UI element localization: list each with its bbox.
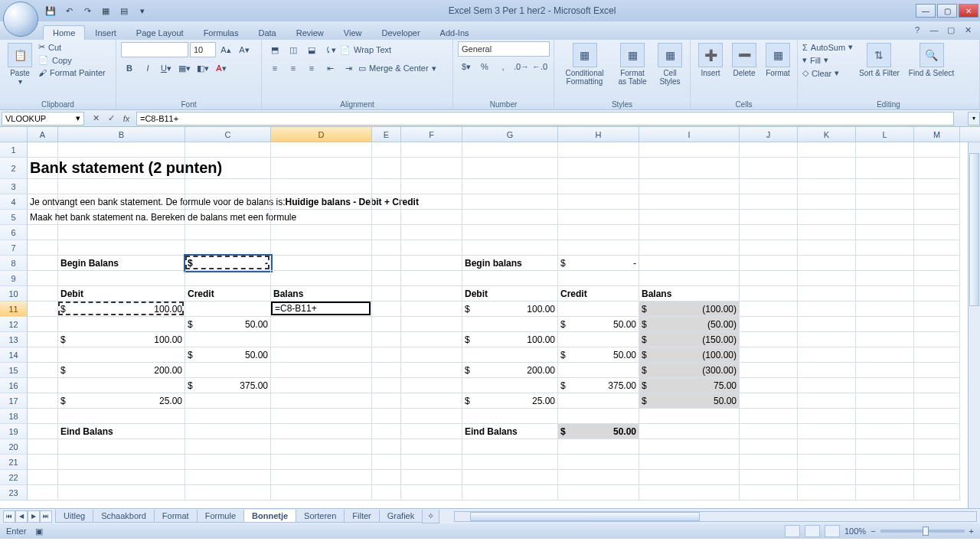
cell[interactable] [401, 332, 462, 347]
cell[interactable] [401, 286, 462, 302]
cell[interactable] [914, 439, 960, 455]
cell[interactable]: $- [185, 256, 271, 271]
cell[interactable] [740, 363, 798, 378]
row-header[interactable]: 12 [0, 317, 28, 332]
row-header[interactable]: 10 [0, 286, 28, 302]
cell[interactable] [558, 158, 639, 179]
zoom-out-icon[interactable]: − [871, 527, 875, 536]
row-header[interactable]: 13 [0, 332, 28, 347]
row-header[interactable]: 16 [0, 378, 28, 393]
cell[interactable] [462, 210, 558, 225]
cell[interactable] [914, 194, 960, 210]
align-center-icon[interactable]: ≡ [285, 60, 302, 77]
copy-button[interactable]: 📄 Copy [38, 54, 106, 66]
increase-decimal-icon[interactable]: .0→ [513, 58, 530, 75]
cell[interactable] [372, 409, 401, 424]
cell[interactable] [401, 439, 462, 455]
autosum-button[interactable]: Σ AutoSum ▾ [802, 41, 853, 53]
cell[interactable] [558, 240, 639, 256]
cell[interactable] [856, 225, 914, 240]
cell[interactable] [372, 347, 401, 363]
cell[interactable]: $- [558, 256, 639, 271]
cell[interactable]: $375.00 [558, 378, 639, 393]
cell[interactable]: Je ontvangt een bank statement. De formu… [28, 194, 58, 210]
doc-minimize-button[interactable]: — [928, 24, 940, 36]
orientation-icon[interactable]: ⤹▾ [322, 41, 338, 58]
cell[interactable] [271, 363, 372, 378]
cell[interactable]: Maak het bank statement na. Bereken de b… [28, 210, 58, 225]
col-header[interactable]: D [271, 127, 372, 142]
cell[interactable]: $50.00 [558, 347, 639, 363]
sheet-tab[interactable]: Grafiek [379, 510, 423, 523]
insert-function-icon[interactable]: fx [119, 112, 133, 126]
cell[interactable] [271, 409, 372, 424]
cell[interactable] [639, 256, 740, 271]
editing-cell[interactable]: =C8-B11+ [271, 302, 371, 315]
border-button[interactable]: ▦▾ [176, 60, 193, 77]
cell[interactable] [28, 455, 58, 470]
cell[interactable] [271, 470, 372, 485]
cell[interactable]: $50.00 [558, 317, 639, 332]
help-icon[interactable]: ? [911, 24, 923, 36]
cell[interactable] [914, 332, 960, 347]
cell[interactable] [28, 317, 58, 332]
find-select-button[interactable]: 🔍Find & Select [906, 41, 957, 79]
cell[interactable] [185, 302, 271, 317]
sheet-tab[interactable]: Uitleg [55, 510, 93, 523]
cell[interactable] [372, 470, 401, 485]
row-header[interactable]: 7 [0, 240, 28, 256]
cell[interactable] [740, 409, 798, 424]
cell[interactable] [798, 271, 856, 286]
cell[interactable]: Balans [639, 286, 740, 302]
formula-bar[interactable]: =C8-B11+ [136, 112, 954, 126]
cell[interactable] [740, 347, 798, 363]
sheet-nav-first-icon[interactable]: ⏮ [3, 510, 15, 523]
cell[interactable]: $(300.00) [639, 363, 740, 378]
cell[interactable] [271, 179, 372, 194]
cell[interactable] [271, 271, 372, 286]
cell[interactable] [401, 485, 462, 500]
vertical-scrollbar[interactable] [968, 142, 980, 508]
cell[interactable]: $25.00 [462, 393, 558, 409]
cell[interactable] [740, 286, 798, 302]
col-header[interactable]: F [401, 127, 462, 142]
cell[interactable] [462, 142, 558, 158]
row-header[interactable]: 14 [0, 347, 28, 363]
cell[interactable] [558, 470, 639, 485]
cell[interactable] [372, 142, 401, 158]
cell[interactable] [740, 332, 798, 347]
cell[interactable]: $50.00 [185, 317, 271, 332]
cell[interactable] [462, 271, 558, 286]
name-box[interactable]: VLOOKUP▾ [2, 112, 84, 126]
row-header[interactable]: 1 [0, 142, 28, 158]
cell[interactable] [639, 142, 740, 158]
cell[interactable] [462, 409, 558, 424]
cell[interactable] [28, 470, 58, 485]
cell[interactable] [185, 409, 271, 424]
cell[interactable] [462, 455, 558, 470]
conditional-formatting-button[interactable]: ▦Conditional Formatting [559, 41, 610, 87]
cell[interactable] [58, 347, 185, 363]
col-header[interactable]: I [639, 127, 740, 142]
cell[interactable] [462, 240, 558, 256]
cell[interactable] [740, 470, 798, 485]
sheet-tab[interactable]: Sorteren [296, 510, 345, 523]
tab-developer[interactable]: Developer [371, 25, 430, 40]
cell[interactable] [58, 179, 185, 194]
cell[interactable] [185, 393, 271, 409]
font-name-combo[interactable] [121, 42, 188, 57]
cell[interactable] [798, 393, 856, 409]
cell[interactable] [740, 393, 798, 409]
cell[interactable] [558, 363, 639, 378]
cell[interactable] [856, 363, 914, 378]
cell[interactable] [856, 455, 914, 470]
cell[interactable] [271, 347, 372, 363]
horizontal-scrollbar[interactable] [454, 511, 977, 522]
cell[interactable] [639, 225, 740, 240]
grow-font-icon[interactable]: A▴ [217, 41, 234, 58]
cell[interactable] [856, 142, 914, 158]
cell[interactable] [914, 363, 960, 378]
align-left-icon[interactable]: ≡ [266, 60, 283, 77]
cell[interactable] [914, 317, 960, 332]
clear-button[interactable]: ◇ Clear ▾ [802, 67, 853, 79]
